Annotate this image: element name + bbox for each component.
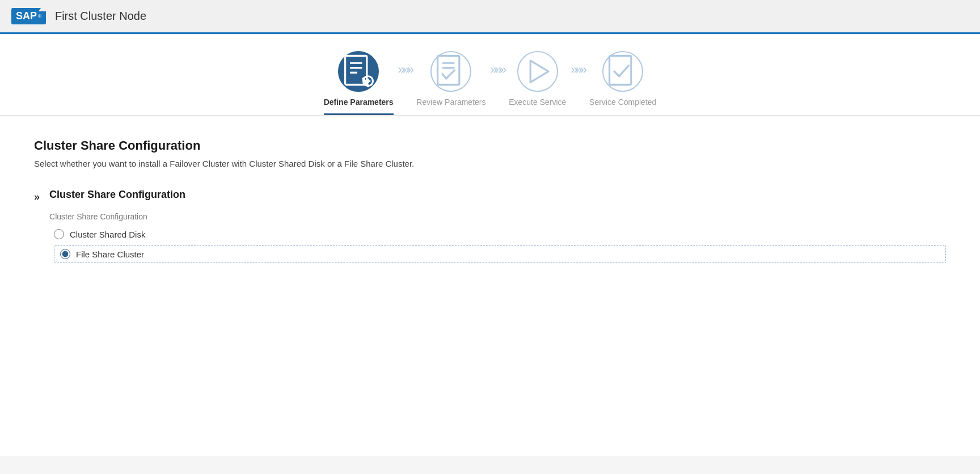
connector-2: »»» bbox=[490, 51, 504, 77]
wizard-steps: Define Parameters »»» Review Parameters … bbox=[0, 34, 980, 116]
step-1-label: Define Parameters bbox=[324, 98, 394, 107]
page-title: First Cluster Node bbox=[55, 10, 146, 23]
main-section-title: Cluster Share Configuration bbox=[34, 138, 946, 153]
svg-rect-8 bbox=[438, 56, 459, 84]
svg-marker-11 bbox=[530, 61, 548, 82]
sap-logo: SAP ® bbox=[11, 8, 46, 24]
step-4-circle bbox=[602, 51, 643, 92]
step-service-completed[interactable]: Service Completed bbox=[589, 51, 656, 113]
step-4-label: Service Completed bbox=[589, 98, 656, 107]
execute-service-icon bbox=[518, 52, 557, 91]
step-execute-service[interactable]: Execute Service bbox=[509, 51, 566, 113]
radio-shared-disk-label: Cluster Shared Disk bbox=[70, 230, 145, 239]
connector-3: »»» bbox=[571, 51, 585, 77]
connector-1: »»» bbox=[398, 51, 412, 77]
app-header: SAP ® First Cluster Node bbox=[0, 0, 980, 34]
config-section-title: Cluster Share Configuration bbox=[49, 189, 946, 201]
step-1-underline bbox=[324, 113, 394, 115]
radio-file-share-label: File Share Cluster bbox=[76, 249, 144, 259]
step-1-circle bbox=[338, 51, 379, 92]
main-content: Cluster Share Configuration Select wheth… bbox=[0, 116, 980, 456]
radio-file-share[interactable] bbox=[60, 249, 70, 259]
svg-rect-12 bbox=[610, 56, 631, 84]
radio-option-file-share[interactable]: File Share Cluster bbox=[54, 245, 946, 263]
section-arrow-icon: » bbox=[34, 191, 38, 203]
radio-shared-disk[interactable] bbox=[54, 229, 64, 239]
field-label: Cluster Share Configuration bbox=[49, 212, 946, 221]
config-section: » Cluster Share Configuration Cluster Sh… bbox=[34, 189, 946, 263]
step-define-parameters[interactable]: Define Parameters bbox=[324, 51, 394, 115]
radio-group: Cluster Shared Disk File Share Cluster bbox=[54, 229, 946, 263]
sap-logo-text: SAP bbox=[16, 10, 37, 22]
step-3-label: Execute Service bbox=[509, 98, 566, 107]
review-parameters-icon bbox=[432, 52, 470, 91]
step-3-circle bbox=[517, 51, 558, 92]
step-2-circle bbox=[430, 51, 471, 92]
config-body: Cluster Share Configuration Cluster Shar… bbox=[49, 189, 946, 263]
step-review-parameters[interactable]: Review Parameters bbox=[416, 51, 485, 113]
main-section-desc: Select whether you want to install a Fai… bbox=[34, 159, 946, 168]
registered-symbol: ® bbox=[38, 14, 41, 19]
service-completed-icon bbox=[603, 52, 642, 91]
step-2-label: Review Parameters bbox=[416, 98, 485, 107]
radio-option-shared-disk[interactable]: Cluster Shared Disk bbox=[54, 229, 946, 239]
define-parameters-icon bbox=[339, 52, 378, 91]
